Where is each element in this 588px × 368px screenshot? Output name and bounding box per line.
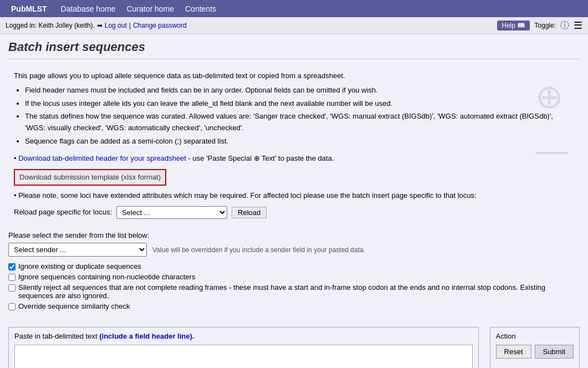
paste-section: Paste in tab-delimited text (include a f…	[8, 327, 479, 368]
sender-select[interactable]: Select sender ...	[8, 243, 147, 257]
change-password-link[interactable]: Change password	[133, 22, 187, 29]
info-item-4: Sequence flags can be added as a semi-co…	[25, 136, 574, 147]
info-box: ⊕— This page allows you to upload allele…	[8, 65, 580, 224]
action-buttons: Reset Submit	[496, 345, 574, 359]
login-bar: Logged in: Keith Jolley (keith). ➡ Log o…	[0, 17, 588, 34]
locus-row: Reload page specific for locus: Select .…	[14, 206, 574, 219]
nav-contents[interactable]: Contents	[180, 2, 222, 16]
reject-incomplete-checkbox[interactable]	[8, 284, 16, 292]
page-content: Batch insert sequences ⊕— This page allo…	[0, 34, 588, 368]
download-template-button[interactable]: Download submission template (xlsx forma…	[14, 169, 166, 186]
help-button[interactable]: Help 📖	[497, 21, 530, 30]
ignore-duplicates-label: Ignore existing or duplicate sequences	[18, 262, 141, 270]
pubmlst-logo[interactable]: PubMLST	[6, 2, 53, 16]
paste-required: (include a field header line).	[99, 332, 194, 340]
info-list: Field header names must be included and …	[25, 85, 574, 147]
locus-select[interactable]: Select ...	[116, 206, 227, 219]
override-note: Value will be overridden if you include …	[152, 246, 365, 254]
ignore-non-nucleotide-label: Ignore sequences containing non-nucleoti…	[18, 273, 195, 281]
ignore-duplicates-checkbox[interactable]	[8, 263, 16, 270]
info-item-3: The status defines how the sequence was …	[25, 111, 574, 134]
download-header-link[interactable]: Download tab-delimited header for your s…	[18, 154, 186, 162]
intro-text: This page allows you to upload allele se…	[14, 70, 574, 82]
checkbox-ignore-duplicates: Ignore existing or duplicate sequences	[8, 262, 580, 270]
reject-incomplete-label: Silently reject all sequences that are n…	[18, 283, 580, 300]
sender-row: Select sender ... Value will be overridd…	[8, 243, 580, 257]
nav-curator-home[interactable]: Curator home	[121, 2, 180, 16]
reload-button[interactable]: Reload	[232, 207, 267, 218]
info-item-1: Field header names must be included and …	[25, 85, 574, 96]
page-title: Batch insert sequences	[8, 40, 580, 59]
top-nav: PubMLST Database home Curator home Conte…	[0, 0, 588, 17]
paste-textarea[interactable]	[14, 345, 473, 368]
checkboxes: Ignore existing or duplicate sequences I…	[8, 262, 580, 310]
extended-attrs-note: Please note, some loci have extended att…	[18, 191, 476, 200]
info-icon[interactable]: ⓘ	[560, 20, 569, 32]
checkbox-reject-incomplete: Silently reject all sequences that are n…	[8, 283, 580, 300]
ignore-non-nucleotide-checkbox[interactable]	[8, 274, 16, 281]
override-similarity-checkbox[interactable]	[8, 303, 16, 310]
login-text: Logged in: Keith Jolley (keith).	[6, 22, 95, 29]
action-section: Action Reset Submit	[490, 327, 580, 368]
bottom-sections: Paste in tab-delimited text (include a f…	[8, 319, 580, 368]
submit-button[interactable]: Submit	[535, 345, 574, 359]
reload-locus-label: Reload page specific for locus:	[14, 207, 112, 218]
nav-database-home[interactable]: Database home	[55, 2, 121, 16]
reset-button[interactable]: Reset	[496, 345, 531, 359]
dna-icon: ⊕—	[535, 70, 569, 177]
action-label: Action	[496, 332, 574, 340]
sender-label: Please select the sender from the list b…	[8, 231, 580, 239]
toggle-label: Toggle:	[534, 22, 556, 29]
override-similarity-label: Override sequence similarity check	[18, 302, 130, 310]
info-item-2: If the locus uses integer allele ids you…	[25, 98, 574, 110]
sender-section: Please select the sender from the list b…	[8, 231, 580, 257]
checkbox-override-similarity: Override sequence similarity check	[8, 302, 580, 310]
checkbox-ignore-non-nucleotide: Ignore sequences containing non-nucleoti…	[8, 273, 580, 281]
paste-special-icon: ⊕	[254, 154, 260, 162]
paste-section-title: Paste in tab-delimited text (include a f…	[14, 332, 473, 340]
logout-link[interactable]: Log out	[105, 22, 127, 29]
hamburger-icon[interactable]: ☰	[574, 19, 582, 32]
